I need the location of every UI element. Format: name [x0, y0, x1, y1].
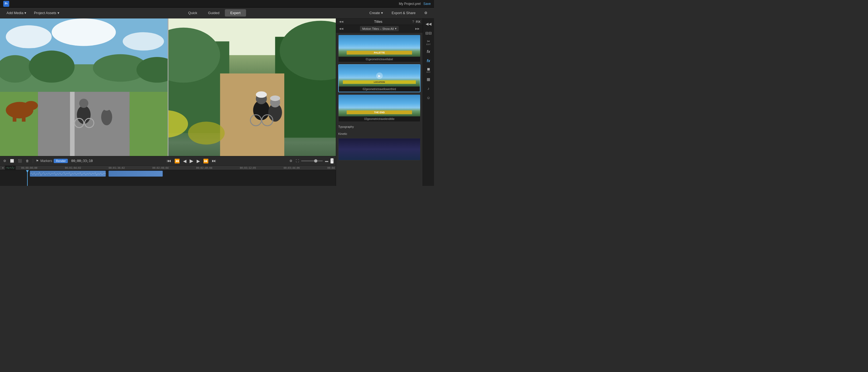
transport-controls: ⏮ ⏪ ◀ ▶ ▶ ⏩ ⏭	[166, 157, 217, 164]
svg-point-1	[6, 25, 52, 48]
edit-icon-button[interactable]: ✂ EDIT	[424, 38, 433, 47]
title-overlay-3: THE END	[347, 111, 412, 114]
export-share-button[interactable]: Export & Share	[389, 10, 419, 16]
go-start-button[interactable]: ⏮	[166, 158, 172, 164]
title-card-3[interactable]: THE END 03geometrictravelendtitle	[338, 94, 421, 122]
project-name: My Project.prel	[399, 2, 421, 6]
timeline-track: ≡ 00;00;00;00 00;01;04;02 0	[0, 166, 336, 186]
help-button[interactable]: ?	[330, 158, 334, 164]
fx2-icon-button[interactable]: fx	[424, 56, 433, 65]
tab-guided[interactable]: Guided	[203, 9, 225, 17]
timecode-display: 00;00;33;10	[69, 158, 94, 163]
playhead	[27, 170, 28, 186]
create-button[interactable]: Create ▾	[366, 10, 386, 16]
title-thumb-3: THE END	[339, 95, 420, 116]
svg-point-36	[256, 91, 267, 98]
tab-expert[interactable]: Expert	[225, 9, 246, 17]
panel-title: Titles	[374, 20, 382, 24]
ruler-mark-4: 00;02;40;04	[196, 166, 212, 169]
zoom-slider[interactable]	[301, 160, 323, 161]
svg-point-19	[101, 109, 112, 125]
markers-button[interactable]: Markers	[40, 159, 52, 163]
play-overlay-2: ▶	[376, 72, 383, 79]
panel-help-button[interactable]: ?	[412, 20, 414, 24]
go-end-button[interactable]: ⏭	[211, 158, 217, 164]
main-layout: ⚙ ⬜ ⬛ 🗑 ⚑ Markers Render 00;00;33;10 ⏮ ⏪…	[0, 19, 434, 186]
frame-back-button[interactable]: ◀	[182, 158, 187, 164]
title-card-1[interactable]: PALETTE 01geometrictravellabel	[338, 35, 421, 62]
svg-rect-14	[13, 108, 17, 122]
tab-quick[interactable]: Quick	[183, 9, 203, 17]
timeline-area: ⚙ ⬜ ⬛ 🗑 ⚑ Markers Render 00;00;33;10 ⏮ ⏪…	[0, 156, 336, 186]
zoom-thumb	[314, 159, 317, 162]
project-assets-button[interactable]: Project Assets ▾	[31, 10, 62, 16]
video-track-clip2[interactable]	[108, 171, 163, 177]
title-card-2[interactable]: ▶ LOCATION 02geometrictravellowerthird	[338, 64, 421, 92]
toolbar-left: Add Media ▾ Project Assets ▾	[3, 10, 63, 16]
ruler-mark-7: 00;04	[328, 166, 335, 169]
track-expand-button[interactable]: ⬜	[9, 158, 15, 163]
svg-rect-10	[70, 92, 74, 156]
timeline-tracks-area	[0, 170, 336, 186]
video-track-clip[interactable]	[30, 171, 106, 177]
side-icons: ◀◀ ⊟⊟ ✂ EDIT fx fx ◼ ADD ▦ ♪ ☺	[423, 19, 434, 186]
top-bar-left: Pr	[3, 1, 9, 7]
video-left	[0, 19, 167, 156]
settings2-button[interactable]: ⚙	[288, 158, 293, 163]
collapse-panel-button[interactable]: ◀◀	[424, 20, 433, 28]
track-settings-button[interactable]: ⚙	[2, 158, 7, 163]
fx1-icon-button[interactable]: fx	[424, 47, 433, 56]
zoom-out-button[interactable]: ▬	[324, 158, 329, 163]
track-select-button[interactable]: ⬛	[17, 158, 23, 163]
video-right	[168, 19, 336, 156]
fullscreen-button[interactable]: ⛶	[294, 158, 300, 163]
play-button[interactable]: ▶	[188, 157, 194, 164]
vol-zoom: ⚙ ⛶ ▬ ?	[288, 158, 334, 164]
save-button[interactable]: Save	[424, 2, 431, 6]
title-thumb-4	[339, 138, 420, 160]
section-typography: Typography	[338, 124, 421, 129]
titles-panel: ◀◀ Titles ? FIX ◀◀ Motion Titles – Show …	[336, 19, 423, 186]
svg-point-20	[102, 102, 111, 111]
add-media-button[interactable]: Add Media ▾	[3, 10, 30, 16]
ruler-mark-0: 00;00;00;00	[21, 166, 37, 169]
panel-top: ◀◀ Titles ? FIX	[336, 19, 423, 25]
photo-right-frame	[168, 19, 336, 156]
motion-titles-dropdown[interactable]: Motion Titles – Show All ▾	[360, 26, 399, 31]
music-icon-button[interactable]: ♪	[424, 84, 433, 93]
ruler-mark-3: 00;02;08;04	[152, 166, 169, 169]
svg-point-31	[188, 122, 225, 145]
render-button[interactable]: Render	[54, 159, 68, 163]
frame-fwd-button[interactable]: ▶	[195, 158, 201, 164]
flag-icon: ⚑	[36, 159, 39, 163]
emoji-icon-button[interactable]: ☺	[424, 93, 433, 102]
film-icon-button[interactable]: ▦	[424, 75, 433, 84]
title-thumb-2: ▶ LOCATION	[339, 65, 420, 87]
svg-rect-15	[22, 108, 26, 122]
settings-button[interactable]: ⚙	[421, 10, 431, 16]
titles-grid: PALETTE 01geometrictravellabel ▶ LOCATIO…	[336, 33, 423, 186]
panel-header: ◀◀ Motion Titles – Show All ▾ ▶▶	[336, 25, 423, 33]
fix-button[interactable]: FIX	[416, 20, 421, 23]
svg-point-16	[24, 101, 38, 110]
delete-button[interactable]: 🗑	[25, 158, 30, 163]
divider1	[33, 159, 33, 163]
title-thumb-1: PALETTE	[339, 35, 420, 57]
scroll-left-button[interactable]: ◀◀	[338, 27, 344, 31]
preview-area: ⚙ ⬜ ⬛ 🗑 ⚑ Markers Render 00;00;33;10 ⏮ ⏪…	[0, 19, 336, 186]
track-options-button[interactable]: ≡	[1, 166, 5, 170]
ruler-mark-2: 00;01;36;02	[109, 166, 125, 169]
scroll-right-button[interactable]: ▶▶	[414, 27, 421, 31]
svg-point-6	[29, 51, 74, 83]
svg-point-3	[123, 32, 164, 51]
title-card-4[interactable]	[338, 138, 421, 160]
toolbar-center: Quick Guided Expert	[183, 9, 246, 17]
waveform-mini	[5, 166, 16, 170]
title-overlay-1: PALETTE	[347, 51, 412, 55]
title-name-3: 03geometrictravelendtitle	[339, 116, 420, 122]
add-icon-button[interactable]: ◼ ADD	[424, 66, 433, 74]
panel-scroll-left-button[interactable]: ◀◀	[338, 20, 344, 24]
step-back-button[interactable]: ⏪	[173, 158, 181, 164]
adjust-icon-button[interactable]: ⊟⊟	[424, 29, 433, 37]
step-fwd-button[interactable]: ⏩	[202, 158, 210, 164]
